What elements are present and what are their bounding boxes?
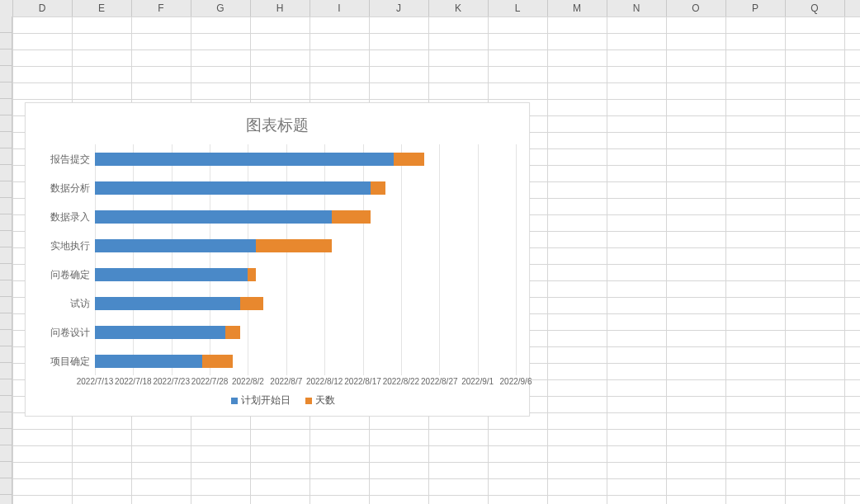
row-header[interactable] bbox=[0, 346, 12, 363]
column-header-Q[interactable]: Q bbox=[785, 0, 845, 16]
column-header-O[interactable]: O bbox=[666, 0, 726, 16]
chart-bar bbox=[95, 210, 516, 224]
row-header[interactable] bbox=[0, 82, 12, 99]
legend-label-series1: 计划开始日 bbox=[241, 394, 291, 406]
legend-label-series2: 天数 bbox=[315, 394, 335, 406]
column-header-N[interactable]: N bbox=[607, 0, 667, 16]
row-header[interactable] bbox=[0, 16, 12, 33]
spreadsheet-app: DEFGHIJKLMNOPQ 图表标题 报告提交数据分析数据录入实地执行问卷确定… bbox=[0, 0, 860, 504]
row-header[interactable] bbox=[0, 247, 12, 264]
column-header-J[interactable]: J bbox=[369, 0, 429, 16]
chart-category-label: 问卷设计 bbox=[29, 326, 90, 340]
chart-x-tick: 2022/7/13 bbox=[77, 377, 114, 386]
column-header-G[interactable]: G bbox=[191, 0, 251, 16]
row-header[interactable] bbox=[0, 495, 12, 504]
column-header-D[interactable]: D bbox=[12, 0, 73, 16]
chart-x-axis: 2022/7/132022/7/182022/7/232022/7/282022… bbox=[95, 377, 516, 389]
chart-x-tick: 2022/8/7 bbox=[270, 377, 302, 386]
row-header[interactable] bbox=[0, 33, 12, 49]
row-header[interactable] bbox=[0, 445, 12, 462]
chart-x-tick: 2022/7/28 bbox=[191, 377, 229, 386]
column-header-E[interactable]: E bbox=[72, 0, 132, 16]
column-header-L[interactable]: L bbox=[488, 0, 548, 16]
chart-category-label: 项目确定 bbox=[29, 355, 90, 369]
chart-bar bbox=[95, 239, 516, 252]
chart-category-label: 问卷确定 bbox=[29, 268, 90, 282]
chart-category-label: 数据分析 bbox=[29, 181, 90, 195]
chart-x-tick: 2022/8/12 bbox=[306, 377, 343, 386]
column-header-row: DEFGHIJKLMNOPQ bbox=[0, 0, 860, 17]
chart-bar bbox=[95, 153, 516, 166]
chart-x-tick: 2022/8/2 bbox=[232, 377, 264, 386]
chart-category-label: 数据录入 bbox=[29, 210, 90, 224]
embedded-chart[interactable]: 图表标题 报告提交数据分析数据录入实地执行问卷确定试访问卷设计项目确定 2022… bbox=[25, 102, 530, 417]
chart-bar bbox=[95, 326, 516, 339]
row-header[interactable] bbox=[0, 198, 12, 214]
row-header[interactable] bbox=[0, 181, 12, 198]
chart-x-tick: 2022/8/27 bbox=[421, 377, 458, 386]
row-header[interactable] bbox=[0, 478, 12, 495]
chart-plot-area: 报告提交数据分析数据录入实地执行问卷确定试访问卷设计项目确定 bbox=[95, 144, 516, 375]
row-header[interactable] bbox=[0, 49, 12, 66]
row-header[interactable] bbox=[0, 396, 12, 412]
column-header-H[interactable]: H bbox=[250, 0, 310, 16]
row-header[interactable] bbox=[0, 429, 12, 445]
row-header[interactable] bbox=[0, 297, 12, 313]
row-header[interactable] bbox=[0, 412, 12, 429]
column-header-F[interactable]: F bbox=[131, 0, 191, 16]
column-header-I[interactable]: I bbox=[310, 0, 370, 16]
row-header[interactable] bbox=[0, 379, 12, 396]
chart-bar bbox=[95, 268, 516, 281]
chart-title: 图表标题 bbox=[26, 115, 529, 136]
chart-bar bbox=[95, 297, 516, 310]
row-header[interactable] bbox=[0, 115, 12, 132]
chart-category-label: 报告提交 bbox=[29, 153, 90, 167]
row-header[interactable] bbox=[0, 231, 12, 247]
row-header[interactable] bbox=[0, 313, 12, 330]
row-header[interactable] bbox=[0, 66, 12, 82]
chart-legend: 计划开始日 天数 bbox=[26, 393, 529, 407]
chart-category-label: 试访 bbox=[29, 297, 90, 311]
chart-x-tick: 2022/7/18 bbox=[115, 377, 152, 386]
chart-x-tick: 2022/8/17 bbox=[344, 377, 381, 386]
row-header[interactable] bbox=[0, 214, 12, 231]
chart-x-tick: 2022/9/6 bbox=[500, 377, 532, 386]
column-header-K[interactable]: K bbox=[428, 0, 489, 16]
row-header[interactable] bbox=[0, 462, 12, 478]
row-header[interactable] bbox=[0, 148, 12, 165]
row-header[interactable] bbox=[0, 280, 12, 297]
row-header[interactable] bbox=[0, 165, 12, 181]
column-header-M[interactable]: M bbox=[547, 0, 607, 16]
column-header-P[interactable]: P bbox=[725, 0, 786, 16]
row-header[interactable] bbox=[0, 363, 12, 379]
legend-swatch-series2 bbox=[305, 398, 312, 404]
chart-category-label: 实地执行 bbox=[29, 239, 90, 253]
row-header[interactable] bbox=[0, 330, 12, 346]
chart-x-tick: 2022/8/22 bbox=[383, 377, 420, 386]
chart-bar bbox=[95, 181, 516, 195]
row-header[interactable] bbox=[0, 99, 12, 115]
chart-x-tick: 2022/9/1 bbox=[461, 377, 494, 386]
chart-bar bbox=[95, 355, 516, 368]
row-header[interactable] bbox=[0, 264, 12, 280]
row-header[interactable] bbox=[0, 132, 12, 148]
header-corner bbox=[0, 0, 13, 16]
chart-x-tick: 2022/7/23 bbox=[153, 377, 190, 386]
legend-swatch-series1 bbox=[231, 398, 238, 404]
